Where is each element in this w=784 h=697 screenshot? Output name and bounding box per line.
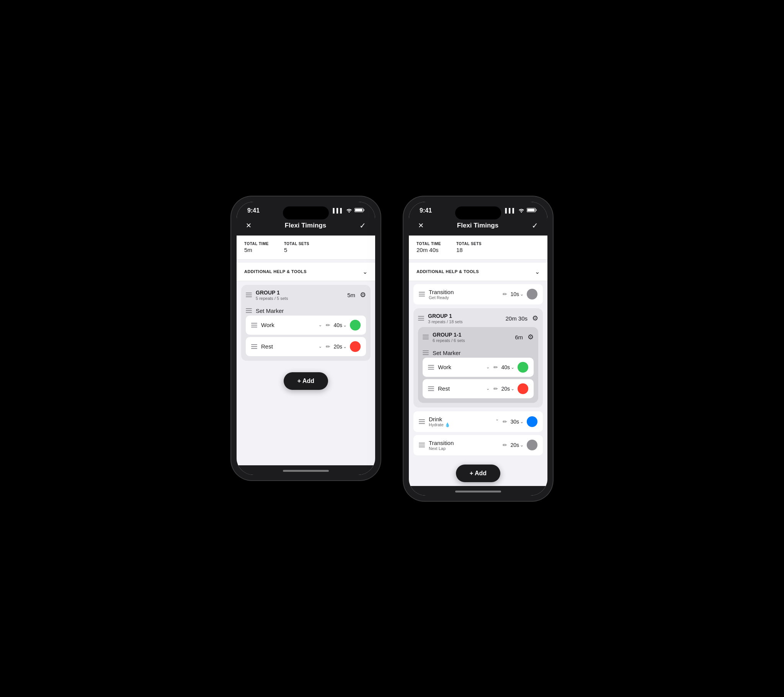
drink-edit-2[interactable]: ✏ [502,419,507,425]
total-sets-label-1: TOTAL SETS [284,242,309,246]
dynamic-island-1 [283,206,329,220]
svg-rect-5 [527,209,535,211]
group-time-inner-2: 6m [515,334,523,340]
work-color-dot-1[interactable] [350,320,361,330]
drag-handle-transition-bottom-2[interactable] [419,443,425,447]
group-header-1: GROUP 1 5 repeats / 5 sets 5m ⚙ [246,289,366,301]
work-label-1: Work [261,322,313,328]
group-header-right-outer-2: 20m 30s ⚙ [505,314,538,322]
tools-chevron-2[interactable]: ⌄ [535,268,540,275]
drink-sub-2: Hydrate 💧 [429,423,499,428]
rest-time-inner-2[interactable]: 20s ⌄ [501,386,514,392]
gear-icon-group-outer-2[interactable]: ⚙ [532,314,538,322]
rest-row-1: Rest ⌄ ✏ 20s ⌄ [246,337,366,356]
drink-controls-2: ✏ 30s ⌄ [502,416,537,427]
transition-bottom-sub-2: Next Lap [429,446,499,451]
drag-handle-drink-2[interactable] [419,420,425,424]
transition-top-text-2: Transition Get Ready [429,289,499,300]
rest-color-dot-1[interactable] [350,341,361,352]
group-header-left-inner-2: GROUP 1-1 6 repeats / 6 sets [423,332,465,343]
work-time-chevron-1: ⌄ [343,322,347,328]
gear-icon-group1-1[interactable]: ⚙ [360,291,366,299]
group-header-outer-2: GROUP 1 3 repeats / 18 sets 20m 30s ⚙ [418,313,538,324]
total-time-stat-2: TOTAL TIME 20m 40s [417,242,441,253]
add-button-label-1: + Add [297,378,314,385]
group-header-inner-2: GROUP 1-1 6 repeats / 6 sets 6m ⚙ [423,332,534,343]
transition-bottom-color-2[interactable] [527,439,537,450]
tools-row-2[interactable]: ADDITIONAL HELP & TOOLS ⌄ [409,263,547,281]
stats-row-2: TOTAL TIME 20m 40s TOTAL SETS 18 [409,236,547,260]
add-button-2[interactable]: + Add [456,464,500,482]
set-marker-label-1: Set Marker [256,307,366,314]
drink-item-2: Drink ⌄ Hydrate 💧 ✏ 30s ⌄ [413,411,543,432]
drag-handle-rest-1[interactable] [251,344,257,349]
group-header-right-1: 5m ⚙ [347,291,366,299]
transition-bottom-text-2: Transition Next Lap [429,439,499,451]
check-button-1[interactable]: ✓ [359,221,366,230]
drag-handle-work-1[interactable] [251,323,257,327]
set-marker-inner-2: Set Marker [423,346,534,358]
rest-edit-inner-2[interactable]: ✏ [493,386,498,392]
work-color-dot-inner-2[interactable] [517,362,528,373]
work-row-inner-2: Work ⌄ ✏ 40s ⌄ [423,358,534,377]
drag-handle-group-outer-2[interactable] [418,316,424,320]
drag-handle-group1-1[interactable] [246,292,252,297]
check-button-2[interactable]: ✓ [532,221,538,230]
phone-2: 9:41 ▌▌▌ [404,197,553,501]
dynamic-island-2 [455,206,501,220]
drag-handle-setmarker-inner-2[interactable] [423,350,429,355]
group-info-outer-2: GROUP 1 3 repeats / 18 sets [428,313,463,324]
gear-icon-group-inner-2[interactable]: ⚙ [527,333,534,341]
drink-chevron-2[interactable]: ⌄ [495,417,499,422]
group-time-outer-2: 20m 30s [505,315,527,322]
transition-bottom-edit-2[interactable]: ✏ [502,442,507,448]
add-button-1[interactable]: + Add [284,372,328,390]
transition-bottom-time-2[interactable]: 20s ⌄ [510,442,524,448]
close-button-1[interactable]: ✕ [246,221,252,230]
work-edit-icon-1[interactable]: ✏ [326,322,330,328]
drink-time-2[interactable]: 30s ⌄ [510,419,524,425]
drag-handle-rest-inner-2[interactable] [428,386,434,391]
nav-bar-1: ✕ Flexi Timings ✓ [237,217,375,236]
work-time-1[interactable]: 40s ⌄ [333,322,347,328]
rest-time-1[interactable]: 20s ⌄ [333,344,347,350]
drink-color-dot-2[interactable] [527,416,537,427]
battery-icon-1 [354,207,364,214]
drink-title-row-2: Drink ⌄ [429,416,499,423]
drag-handle-group-inner-2[interactable] [423,335,429,339]
total-sets-stat-1: TOTAL SETS 5 [284,242,309,253]
transition-top-edit-2[interactable]: ✏ [502,291,507,297]
drink-text-2: Drink ⌄ Hydrate 💧 [429,416,499,428]
transition-bottom-title-2: Transition [429,439,499,446]
rest-color-dot-inner-2[interactable] [517,383,528,394]
close-button-2[interactable]: ✕ [418,221,424,230]
rest-chevron-1[interactable]: ⌄ [318,344,322,349]
total-sets-label-2: TOTAL SETS [456,242,482,246]
rest-controls-inner-2: ✏ 20s ⌄ [493,383,528,394]
tools-row-1[interactable]: ADDITIONAL HELP & TOOLS ⌄ [237,263,375,281]
drag-handle-setmarker-1[interactable] [246,308,252,313]
nav-title-2: Flexi Timings [457,222,498,230]
rest-label-1: Rest [261,343,313,350]
drag-handle-work-inner-2[interactable] [428,365,434,370]
group-sub-inner-2: 6 repeats / 6 sets [433,338,465,343]
drag-handle-transition-top-2[interactable] [419,292,425,296]
transition-top-controls-2: ✏ 10s ⌄ [502,289,537,299]
signal-icon-2: ▌▌▌ [505,208,516,213]
work-edit-inner-2[interactable]: ✏ [493,364,498,370]
rest-edit-icon-1[interactable]: ✏ [326,344,330,350]
wifi-icon-1 [346,207,352,214]
tools-chevron-1[interactable]: ⌄ [362,268,367,275]
content-2: TOTAL TIME 20m 40s TOTAL SETS 18 ADDITIO… [409,236,547,486]
work-chevron-1[interactable]: ⌄ [318,322,322,327]
transition-top-time-2[interactable]: 10s ⌄ [510,291,524,297]
group-card-outer-2: GROUP 1 3 repeats / 18 sets 20m 30s ⚙ [413,308,543,408]
transition-top-color-2[interactable] [527,289,537,299]
set-marker-label-inner-2: Set Marker [433,350,534,356]
nav-bar-2: ✕ Flexi Timings ✓ [409,217,547,236]
work-chevron-inner-2[interactable]: ⌄ [486,365,490,370]
total-time-value-2: 20m 40s [417,247,441,253]
rest-chevron-inner-2[interactable]: ⌄ [486,386,490,391]
rest-row-inner-2: Rest ⌄ ✏ 20s ⌄ [423,379,534,398]
work-time-inner-2[interactable]: 40s ⌄ [501,364,514,370]
